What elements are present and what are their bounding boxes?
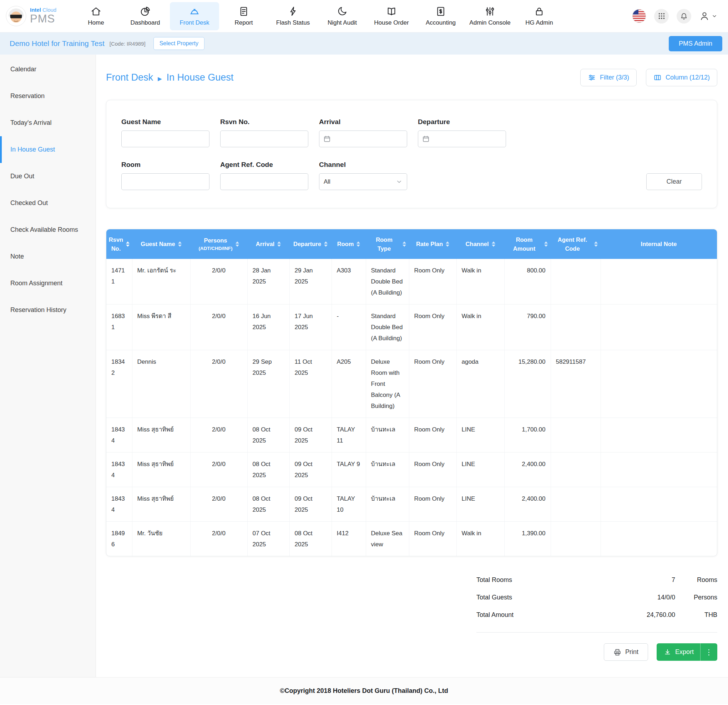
lock-icon xyxy=(534,6,545,17)
sidebar-item-label: Check Available Rooms xyxy=(10,226,78,234)
nav-item-flash-status[interactable]: Flash Status xyxy=(269,2,318,30)
column-header-departure[interactable]: Departure xyxy=(289,229,332,259)
table-row[interactable]: 18434 Miss สุธาทิพย์ 2/0/0 08 Oct 2025 0… xyxy=(106,453,717,487)
nav-item-hg-admin[interactable]: HG Admin xyxy=(514,2,564,30)
table-row[interactable]: 14711 Mr. เอกรัตน์ ระ 2/0/0 28 Jan 2025 … xyxy=(106,259,717,304)
apps-grid-button[interactable] xyxy=(654,9,669,23)
breadcrumb-parent[interactable]: Front Desk xyxy=(106,72,153,83)
column-header-rate-plan[interactable]: Rate Plan xyxy=(409,229,456,259)
column-header-arrival[interactable]: Arrival xyxy=(247,229,289,259)
sidebar-item-in-house-guest[interactable]: In House Guest xyxy=(0,136,95,163)
cell-room-type: บ้านทะเล xyxy=(366,418,409,453)
printer-icon xyxy=(614,648,621,656)
select-property-button[interactable]: Select Property xyxy=(153,37,205,50)
guest-name-label: Guest Name xyxy=(121,118,209,126)
sort-icon[interactable] xyxy=(446,241,449,247)
column-button[interactable]: Column (12/12) xyxy=(646,69,717,86)
nav-item-house-order[interactable]: House Order xyxy=(367,2,416,30)
sort-icon[interactable] xyxy=(544,241,548,247)
cell-arrival: 28 Jan 2025 xyxy=(247,259,289,304)
cell-rate-plan: Room Only xyxy=(409,304,456,350)
room-input[interactable] xyxy=(121,173,209,190)
cell-internal-note xyxy=(601,304,717,350)
download-icon xyxy=(664,648,671,656)
column-header-agent-ref-code[interactable]: Agent Ref. Code xyxy=(550,229,601,259)
rsvn-no-input[interactable] xyxy=(220,131,308,147)
channel-select[interactable]: All xyxy=(319,173,407,190)
column-header-room-type[interactable]: Room Type xyxy=(366,229,409,259)
brand-text: Intel Cloud PMS xyxy=(30,7,56,25)
language-flag-button[interactable] xyxy=(632,9,646,23)
table-row[interactable]: 18434 Miss สุธาทิพย์ 2/0/0 08 Oct 2025 0… xyxy=(106,418,717,453)
column-label: Room Type xyxy=(368,235,400,253)
app-logo[interactable]: Intel Cloud PMS xyxy=(6,6,62,26)
sort-icon[interactable] xyxy=(277,241,281,247)
table-row[interactable]: 16831 Miss พีรดา สี 2/0/0 16 Jun 2025 17… xyxy=(106,304,717,350)
column-header-persons[interactable]: Persons(ADT/CHD/INF) xyxy=(190,229,247,259)
sort-icon[interactable] xyxy=(492,241,495,247)
nav-label: Report xyxy=(234,19,253,26)
filter-button[interactable]: Filter (3/3) xyxy=(580,69,637,86)
column-header-room[interactable]: Room xyxy=(332,229,366,259)
sort-icon[interactable] xyxy=(594,241,598,247)
sidebar-item-checked-out[interactable]: Checked Out xyxy=(0,190,95,216)
sidebar-item-today-s-arrival[interactable]: Today's Arrival xyxy=(0,110,95,136)
sidebar-item-check-available-rooms[interactable]: Check Available Rooms xyxy=(0,216,95,243)
guest-name-input[interactable] xyxy=(121,131,209,147)
sort-icon[interactable] xyxy=(178,241,182,247)
user-menu-button[interactable] xyxy=(699,11,717,22)
nav-item-dashboard[interactable]: Dashboard xyxy=(121,2,170,30)
sidebar-item-reservation-history[interactable]: Reservation History xyxy=(0,297,95,323)
sidebar-item-calendar[interactable]: Calendar xyxy=(0,56,95,83)
cell-room: - xyxy=(332,304,366,350)
sort-icon[interactable] xyxy=(324,241,328,247)
sort-icon[interactable] xyxy=(357,241,360,247)
nav-item-home[interactable]: Home xyxy=(71,2,121,30)
apps-grid-icon xyxy=(658,12,666,20)
column-header-room-amount[interactable]: Room Amount xyxy=(504,229,550,259)
main-content: Front Desk In House Guest Filter (3/3) C… xyxy=(96,55,728,677)
sidebar-item-due-out[interactable]: Due Out xyxy=(0,163,95,190)
print-button[interactable]: Print xyxy=(604,643,648,661)
column-header-guest-name[interactable]: Guest Name xyxy=(132,229,190,259)
departure-label: Departure xyxy=(418,118,506,126)
hotel-name[interactable]: Demo Hotel for Training Test xyxy=(10,39,105,48)
total-rooms-label: Total Rooms xyxy=(477,576,618,584)
pms-admin-button[interactable]: PMS Admin xyxy=(669,36,722,51)
export-menu-button[interactable] xyxy=(701,643,717,661)
table-row[interactable]: 18434 Miss สุธาทิพย์ 2/0/0 08 Oct 2025 0… xyxy=(106,487,717,522)
nav-item-admin-console[interactable]: Admin Console xyxy=(465,2,514,30)
brand-intel: Intel xyxy=(30,7,41,13)
column-header-channel[interactable]: Channel xyxy=(456,229,504,259)
sidebar-item-label: Checked Out xyxy=(10,199,48,207)
arrival-date-input[interactable] xyxy=(319,131,407,147)
sliders-icon xyxy=(485,6,495,17)
nav-item-front-desk[interactable]: Front Desk xyxy=(170,2,219,30)
cell-room-amount: 790.00 xyxy=(504,304,550,350)
table-row[interactable]: 18342 Dennis 2/0/0 29 Sep 2025 11 Oct 20… xyxy=(106,350,717,418)
column-label: Internal Note xyxy=(641,239,677,249)
nav-item-accounting[interactable]: Accounting xyxy=(416,2,465,30)
total-rooms-row: Total Rooms 7 Rooms xyxy=(477,571,717,589)
nav-item-report[interactable]: Report xyxy=(219,2,269,30)
column-header-rsvn-no[interactable]: Rsvn No. xyxy=(106,229,132,259)
sidebar-item-note[interactable]: Note xyxy=(0,243,95,270)
agent-ref-code-input[interactable] xyxy=(220,173,308,190)
cell-room-amount: 1,700.00 xyxy=(504,418,550,453)
table-row[interactable]: 18496 Mr. วันชัย 2/0/0 07 Oct 2025 08 Oc… xyxy=(106,522,717,556)
column-label: Persons xyxy=(198,236,232,245)
nav-item-night-audit[interactable]: Night Audit xyxy=(318,2,367,30)
sort-icon[interactable] xyxy=(403,241,406,247)
sort-icon[interactable] xyxy=(235,241,239,247)
cell-channel: Walk in xyxy=(456,304,504,350)
departure-date-input[interactable] xyxy=(418,131,506,147)
column-label: Departure xyxy=(293,239,321,249)
sort-icon[interactable] xyxy=(126,241,130,247)
nav-label: Flash Status xyxy=(276,19,310,26)
notifications-button[interactable] xyxy=(677,9,691,23)
sidebar-item-room-assignment[interactable]: Room Assignment xyxy=(0,270,95,297)
export-button[interactable]: Export xyxy=(657,643,717,661)
cell-agent-ref-code xyxy=(550,418,601,453)
sidebar-item-reservation[interactable]: Reservation xyxy=(0,83,95,110)
clear-button[interactable]: Clear xyxy=(646,173,702,190)
